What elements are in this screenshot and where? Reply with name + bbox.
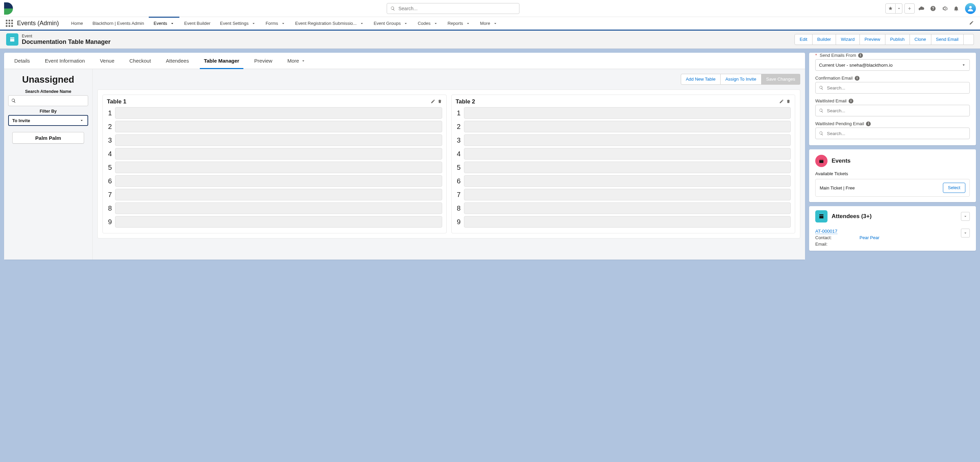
detail-tab-details[interactable]: Details: [7, 53, 37, 69]
user-avatar[interactable]: [965, 3, 976, 14]
waitlisted-email-input[interactable]: [826, 108, 966, 114]
chevron-down-icon[interactable]: [493, 21, 498, 26]
edit-table-button[interactable]: [431, 99, 435, 105]
detail-tab-event-information[interactable]: Event Information: [37, 53, 92, 69]
chevron-down-icon[interactable]: [433, 21, 438, 26]
send-from-select[interactable]: Current User - sneha@blackthorn.io: [815, 59, 970, 71]
confirmation-email-input[interactable]: [826, 85, 966, 91]
builder-button[interactable]: Builder: [813, 34, 836, 45]
detail-tab-attendees[interactable]: Attendees: [158, 53, 196, 69]
global-search-input[interactable]: [398, 5, 516, 11]
confirmation-email-lookup[interactable]: [815, 82, 970, 94]
seat-slot[interactable]: [464, 216, 791, 228]
attendee-id-link[interactable]: AT-000017: [815, 229, 837, 234]
seat-slot[interactable]: [115, 216, 442, 228]
nav-tab-blackthorn-events-admin[interactable]: Blackthorn | Events Admin: [88, 17, 149, 30]
seat-slot[interactable]: [115, 148, 442, 160]
chevron-down-icon[interactable]: [403, 21, 408, 26]
seat-slot[interactable]: [115, 121, 442, 132]
attendees-card-title[interactable]: Attendees (3+): [832, 213, 872, 220]
nav-tab-event-builder[interactable]: Event Builder: [180, 17, 215, 30]
table-seat[interactable]: 5: [456, 162, 791, 173]
add-new-table-button[interactable]: Add New Table: [681, 74, 721, 85]
salesforce-cloud-button[interactable]: [917, 3, 926, 14]
table-seat[interactable]: 8: [107, 202, 442, 214]
attendees-card-menu[interactable]: [961, 212, 970, 221]
nav-tab-reports[interactable]: Reports: [443, 17, 476, 30]
detail-tab-preview[interactable]: Preview: [247, 53, 280, 69]
seat-slot[interactable]: [464, 134, 791, 146]
table-seat[interactable]: 6: [456, 175, 791, 187]
table-seat[interactable]: 3: [107, 134, 442, 146]
seat-slot[interactable]: [115, 202, 442, 214]
unassigned-attendee[interactable]: Palm Palm: [12, 132, 84, 144]
waitlisted-pending-email-input[interactable]: [826, 131, 966, 137]
table-seat[interactable]: 7: [107, 189, 442, 200]
table-seat[interactable]: 2: [107, 121, 442, 132]
table-seat[interactable]: 9: [107, 216, 442, 228]
select-ticket-button[interactable]: Select: [943, 183, 966, 193]
chevron-down-icon[interactable]: [281, 21, 286, 26]
seat-slot[interactable]: [464, 107, 791, 119]
seat-slot[interactable]: [115, 189, 442, 200]
nav-tab-event-settings[interactable]: Event Settings: [215, 17, 261, 30]
table-seat[interactable]: 4: [107, 148, 442, 160]
table-seat[interactable]: 9: [456, 216, 791, 228]
favorites-dropdown[interactable]: [896, 3, 902, 14]
seat-slot[interactable]: [464, 121, 791, 132]
nav-tab-forms[interactable]: Forms: [261, 17, 290, 30]
chevron-down-icon[interactable]: [251, 21, 256, 26]
seat-slot[interactable]: [115, 134, 442, 146]
edit-table-button[interactable]: [779, 99, 784, 105]
record-actions-more[interactable]: [964, 34, 974, 45]
info-icon[interactable]: i: [866, 121, 871, 126]
seat-slot[interactable]: [464, 148, 791, 160]
chevron-down-icon[interactable]: [170, 21, 175, 26]
setup-button[interactable]: [940, 3, 949, 14]
clone-button[interactable]: Clone: [910, 34, 931, 45]
detail-tab-table-manager[interactable]: Table Manager: [196, 53, 247, 69]
waitlisted-pending-email-lookup[interactable]: [815, 128, 970, 139]
publish-button[interactable]: Publish: [885, 34, 910, 45]
attendee-record-menu[interactable]: [961, 229, 970, 237]
detail-tab-venue[interactable]: Venue: [92, 53, 122, 69]
table-seat[interactable]: 5: [107, 162, 442, 173]
table-seat[interactable]: 3: [456, 134, 791, 146]
help-button[interactable]: [928, 3, 938, 14]
chevron-down-icon[interactable]: [360, 21, 364, 26]
notifications-button[interactable]: [951, 3, 961, 14]
delete-table-button[interactable]: [438, 99, 442, 105]
waitlisted-email-lookup[interactable]: [815, 105, 970, 116]
assign-to-invite-button[interactable]: Assign To Invite: [721, 74, 762, 85]
edit-button[interactable]: Edit: [794, 34, 812, 45]
wizard-button[interactable]: Wizard: [836, 34, 859, 45]
seat-slot[interactable]: [464, 189, 791, 200]
info-icon[interactable]: i: [849, 98, 853, 103]
filter-by-select[interactable]: To Invite: [8, 115, 88, 126]
seat-slot[interactable]: [115, 175, 442, 187]
attendee-contact[interactable]: Pear Pear: [859, 235, 880, 240]
table-seat[interactable]: 4: [456, 148, 791, 160]
seat-slot[interactable]: [115, 162, 442, 173]
seat-slot[interactable]: [464, 175, 791, 187]
table-seat[interactable]: 8: [456, 202, 791, 214]
nav-edit-button[interactable]: [966, 21, 977, 26]
info-icon[interactable]: i: [855, 76, 859, 81]
seat-slot[interactable]: [464, 162, 791, 173]
table-seat[interactable]: 2: [456, 121, 791, 132]
search-attendee-input[interactable]: [8, 95, 88, 106]
nav-tab-event-registration-submissio-[interactable]: Event Registration Submissio...: [290, 17, 369, 30]
detail-tab-checkout[interactable]: Checkout: [122, 53, 158, 69]
info-icon[interactable]: i: [858, 53, 863, 58]
app-launcher[interactable]: [3, 18, 15, 29]
detail-tab-more[interactable]: More: [280, 53, 313, 69]
favorites-button[interactable]: [885, 3, 896, 14]
table-seat[interactable]: 7: [456, 189, 791, 200]
global-add-button[interactable]: [904, 3, 915, 14]
chevron-down-icon[interactable]: [466, 21, 471, 26]
nav-tab-events[interactable]: Events: [149, 17, 180, 30]
seat-slot[interactable]: [464, 202, 791, 214]
global-search[interactable]: [387, 3, 519, 14]
table-seat[interactable]: 1: [456, 107, 791, 119]
send-email-button[interactable]: Send Email: [931, 34, 964, 45]
